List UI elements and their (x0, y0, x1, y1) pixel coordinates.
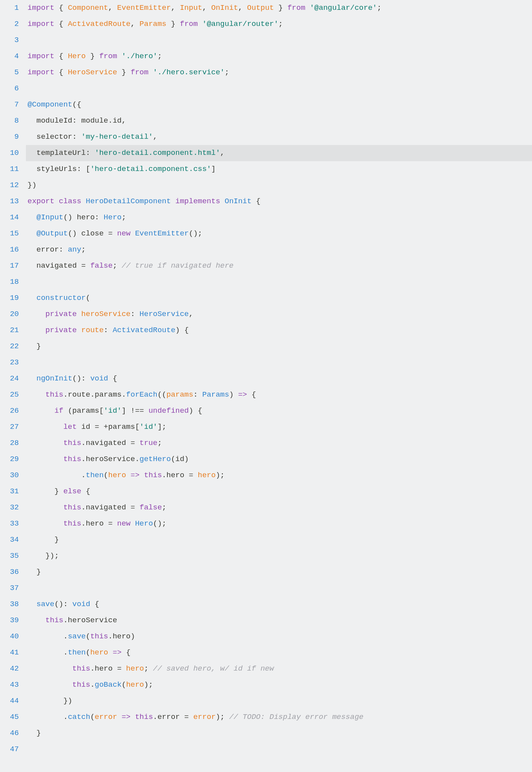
line-number: 15 (0, 226, 19, 242)
code-line[interactable] (26, 81, 532, 97)
token-kw: from (180, 20, 198, 28)
code-line[interactable]: }) (26, 177, 532, 193)
token-plain: { (54, 68, 68, 77)
token-plain: navigated = (28, 261, 90, 270)
token-cmt: // saved hero, w/ id if new (153, 664, 274, 673)
code-line[interactable]: @Input() hero: Hero; (26, 210, 532, 226)
token-kw: => (113, 648, 122, 657)
token-plain (28, 616, 46, 625)
code-line[interactable]: import { ActivatedRoute, Params } from '… (26, 16, 532, 32)
token-plain: { (54, 4, 68, 12)
code-line[interactable]: export class HeroDetailComponent impleme… (26, 193, 532, 210)
token-plain: .hero = (81, 519, 117, 528)
code-line[interactable]: private heroService: HeroService, (26, 306, 532, 322)
code-line[interactable]: private route: ActivatedRoute) { (26, 322, 532, 338)
code-line[interactable]: .then(hero => this.hero = hero); (26, 467, 532, 483)
token-param: error (193, 713, 216, 721)
code-line[interactable]: moduleId: module.id, (26, 113, 532, 129)
token-plain: } (117, 68, 130, 77)
code-line[interactable]: let id = +params['id']; (26, 419, 532, 435)
token-plain (130, 519, 135, 528)
token-plain: id = +params[ (77, 423, 139, 431)
code-line[interactable]: } (26, 338, 532, 355)
code-line[interactable]: save(): void { (26, 596, 532, 612)
token-fn: then (68, 648, 86, 657)
code-line[interactable]: .then(hero => { (26, 645, 532, 661)
code-line[interactable]: this.navigated = true; (26, 435, 532, 451)
token-plain (220, 197, 224, 206)
token-plain: , (153, 132, 157, 141)
token-plain (28, 423, 63, 431)
token-plain: ; (144, 664, 153, 673)
line-number: 43 (0, 677, 19, 693)
code-line[interactable]: if (params['id'] !== undefined) { (26, 403, 532, 419)
code-line[interactable] (26, 580, 532, 596)
token-plain (305, 4, 310, 12)
token-plain: .navigated = (81, 439, 139, 447)
code-line[interactable] (26, 32, 532, 48)
token-plain (77, 326, 81, 335)
code-line[interactable]: } else { (26, 483, 532, 500)
token-plain (28, 680, 72, 689)
code-line[interactable]: navigated = false; // true if navigated … (26, 258, 532, 274)
token-kw: import (28, 52, 54, 61)
code-line[interactable]: @Component({ (26, 97, 532, 113)
code-line[interactable]: }); (26, 548, 532, 564)
code-line[interactable]: import { Component, EventEmitter, Input,… (26, 0, 532, 16)
token-kw: new (117, 519, 130, 528)
token-plain: () hero: (63, 213, 104, 222)
code-line[interactable]: @Output() close = new EventEmitter(); (26, 226, 532, 242)
token-str: 'hero-detail.component.html' (95, 149, 220, 157)
code-line[interactable]: this.navigated = false; (26, 500, 532, 516)
token-cmt: // TODO: Display error message (229, 713, 363, 721)
token-fn: constructor (37, 294, 86, 302)
code-line[interactable] (26, 355, 532, 371)
line-number: 18 (0, 274, 19, 290)
code-line[interactable]: .save(this.hero) (26, 629, 532, 645)
token-plain: ; (377, 4, 381, 12)
token-plain: ); (144, 680, 153, 689)
code-line[interactable]: import { Hero } from './hero'; (26, 48, 532, 64)
code-line[interactable]: templateUrl: 'hero-detail.component.html… (26, 145, 532, 161)
token-plain: . (28, 648, 68, 657)
code-line[interactable] (26, 274, 532, 290)
token-param: hero (108, 471, 126, 480)
token-plain (28, 455, 63, 463)
token-plain: { (81, 487, 90, 496)
token-param: hero (126, 680, 144, 689)
token-plain: , (238, 4, 247, 12)
line-number: 32 (0, 500, 19, 516)
token-param: params (167, 390, 193, 399)
code-line[interactable]: selector: 'my-hero-detail', (26, 129, 532, 145)
code-line[interactable]: }) (26, 693, 532, 709)
code-line[interactable] (26, 741, 532, 757)
code-line[interactable]: this.heroService (26, 612, 532, 629)
token-str: '@angular/core' (310, 4, 377, 12)
token-type: ActivatedRoute (113, 326, 176, 335)
code-line[interactable]: constructor( (26, 290, 532, 306)
code-line[interactable]: ngOnInit(): void { (26, 371, 532, 387)
line-number: 17 (0, 258, 19, 274)
token-plain: ) { (175, 326, 189, 335)
code-line[interactable]: this.heroService.getHero(id) (26, 451, 532, 467)
code-line[interactable]: this.route.params.forEach((params: Param… (26, 387, 532, 403)
token-type: any (68, 245, 81, 254)
code-line[interactable]: this.goBack(hero); (26, 677, 532, 693)
code-line[interactable]: import { HeroService } from './hero.serv… (26, 64, 532, 81)
code-line[interactable]: } (26, 532, 532, 548)
line-number: 2 (0, 16, 19, 32)
code-area[interactable]: import { Component, EventEmitter, Input,… (26, 0, 532, 757)
code-line[interactable]: } (26, 725, 532, 741)
token-kw: import (28, 4, 54, 12)
token-decl: Hero (68, 52, 86, 61)
code-line[interactable]: styleUrls: ['hero-detail.component.css'] (26, 161, 532, 177)
code-line[interactable]: this.hero = hero; // saved hero, w/ id i… (26, 661, 532, 677)
code-editor[interactable]: 1234567891011121314151617181920212223242… (0, 0, 532, 757)
code-line[interactable]: .catch(error => this.error = error); // … (26, 709, 532, 725)
token-kw: import (28, 68, 54, 77)
code-line[interactable]: this.hero = new Hero(); (26, 516, 532, 532)
token-decl: EventEmitter (117, 4, 171, 12)
token-decl: heroService (81, 310, 130, 318)
code-line[interactable]: } (26, 564, 532, 580)
code-line[interactable]: error: any; (26, 242, 532, 258)
